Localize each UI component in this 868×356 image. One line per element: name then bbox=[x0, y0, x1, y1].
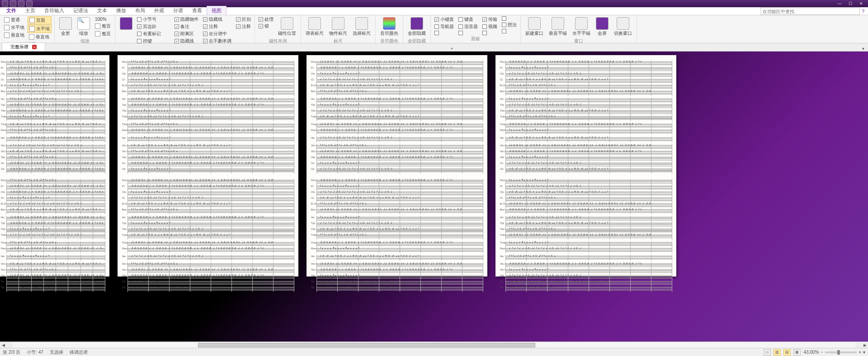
staff-row[interactable]: Cb.♫♬♫♬♫♬ ♩ ♪ ♫♬♫♬ ♩ 𝄽 ♪♫♬♫♬♫♬ ♩ ♪ ♫♬♫♬ … bbox=[1, 168, 105, 173]
score-page[interactable]: Picc.♩♪♫♬♫♪ ♩♩ ♫♫♬♬ ♪♪ ♩ ♫♬♩♪♫♬♫♪ ♩♩ ♫♫♬… bbox=[307, 55, 487, 276]
staff-row[interactable]: Cb.♩ 𝄽 ♩ 𝄽 ♩ ♩ ♪♫ ♩♩ 𝄽 ♩ 𝄽 ♩ ♩ ♪♫ ♩♩ 𝄽 ♩… bbox=[311, 168, 483, 173]
qat-redo-icon[interactable] bbox=[18, 0, 24, 7]
staff-row[interactable]: Perc.♫♬♫♬♫♬ ♩ ♪ ♫♬♫♬ ♩ 𝄽 ♪♫♬♫♬♫♬ ♩ ♪ ♫♬♫… bbox=[311, 129, 483, 135]
score-workspace[interactable]: Picc.♪♫ ♬ 𝅘𝅥 ♩ 𝄽 ♫♫ ♪ ♩ ♩ 𝄽♪♫ ♬ 𝅘𝅥 ♩ 𝄽 ♫… bbox=[0, 52, 868, 348]
tile-vert-button[interactable]: 垂直平铺 bbox=[547, 16, 569, 37]
staff-row[interactable]: Tuba♩ 𝄽 ♩ 𝄽 ♩ ♩ ♪♫ ♩♩ 𝄽 ♩ 𝄽 ♩ ♩ ♪♫ ♩♩ 𝄽 … bbox=[122, 115, 294, 121]
zoom-full-button[interactable]: 全景 bbox=[57, 16, 74, 37]
zoom-100-button[interactable]: 100% bbox=[94, 16, 112, 22]
chk-bar-numbers[interactable]: 小节号 bbox=[136, 16, 171, 23]
staff-row[interactable]: Perc.♫♬♫♬♫♬ ♩ ♪ ♫♬♫♬ ♩ 𝄽 ♪♫♬♫♬♫♬ ♩ ♪ ♫♬♫… bbox=[122, 247, 294, 253]
staff-row[interactable]: Bsn.𝄽 𝄽 𝄽 ♩ ♪♫ ♩𝄽 𝄽 𝄽 ♩ ♪♫ ♩𝄽 𝄽 𝄽 ♩ ♪♫ ♩ bbox=[311, 90, 483, 96]
close-button[interactable]: ✕ bbox=[856, 1, 866, 6]
zoom-in-button[interactable]: + bbox=[859, 350, 861, 355]
staff-row[interactable]: Hp.♩ 𝄽 ♩ 𝄽 ♩ ♩ ♪♫ ♩♩ 𝄽 ♩ 𝄽 ♩ ♩ ♪♫ ♩♩ 𝄽 ♩… bbox=[311, 136, 483, 142]
staff-row[interactable]: Cb.♪♫ ♬ 𝅘𝅥 ♩ 𝄽 ♫♫ ♪ ♩ ♩ 𝄽♪♫ ♬ 𝅘𝅥 ♩ 𝄽 ♫♫ … bbox=[500, 168, 672, 173]
view-mode-1-button[interactable]: ▭ bbox=[764, 349, 771, 356]
note-color-button[interactable]: 音符颜色 bbox=[378, 16, 400, 37]
staff-row[interactable]: Bsn.♫♬♫♬♫♬ ♩ ♪ ♫♬♫♬ ♩ 𝄽 ♪♫♬♫♬♫♬ ♩ ♪ ♫♬♫♬… bbox=[500, 208, 672, 214]
chk-blank3[interactable] bbox=[481, 31, 498, 35]
document-tab-close-icon[interactable]: × bbox=[32, 45, 37, 49]
tabstrip-new[interactable]: + bbox=[447, 46, 457, 51]
staff-row[interactable]: Cb.𝄽 ♩ ♩ ♩ ♩ 𝄽𝄽 ♩ ♩ ♩ ♩ 𝄽𝄽 ♩ ♩ ♩ ♩ 𝄽 bbox=[122, 168, 294, 173]
chk-lock[interactable]: 锁 bbox=[258, 23, 274, 29]
staff-row[interactable]: Perc.♩♪♫♬♫♪ ♩♩ ♫♫♬♬ ♪♪ ♩ ♫♬♩♪♫♬♫♪ ♩♩ ♫♫♬… bbox=[1, 247, 105, 253]
tab-text[interactable]: 文本 bbox=[93, 6, 112, 15]
staff-row[interactable]: Hp.𝄽 ♩ ♩ ♩ ♩ 𝄽𝄽 ♩ ♩ ♩ ♩ 𝄽𝄽 ♩ ♩ ♩ ♩ 𝄽 bbox=[1, 255, 105, 261]
staff-row[interactable]: Hp.♪♫ ♬ 𝅘𝅥 ♩ 𝄽 ♫♫ ♪ ♩ ♩ 𝄽♪♫ ♬ 𝅘𝅥 ♩ 𝄽 ♫♫ … bbox=[311, 255, 483, 261]
qat-play-icon[interactable] bbox=[26, 0, 33, 7]
zoom-menu[interactable]: ▾ bbox=[863, 350, 865, 355]
staff-row[interactable]: Bsn.♪♫ ♬ 𝅘𝅥 ♩ 𝄽 ♫♫ ♪ ♩ ♩ 𝄽♪♫ ♬ 𝅘𝅥 ♩ 𝄽 ♫♫… bbox=[122, 90, 294, 96]
tab-file[interactable]: 文件 bbox=[2, 6, 21, 15]
staff-row[interactable]: Perc.𝄽 ♩ ♩ ♩ ♩ 𝄽𝄽 ♩ ♩ ♩ ♩ 𝄽𝄽 ♩ ♩ ♩ ♩ 𝄽 bbox=[500, 129, 672, 135]
switch-window-button[interactable]: 切换窗口 bbox=[612, 16, 634, 37]
chk-comments[interactable]: 注释 bbox=[202, 23, 232, 30]
selection-ruler-button[interactable]: 选择标尺 bbox=[351, 16, 373, 37]
staff-row[interactable]: Perc.𝄽 𝄽 𝄽 ♩ ♪♫ ♩𝄽 𝄽 𝄽 ♩ ♪♫ ♩𝄽 𝄽 𝄽 ♩ ♪♫ … bbox=[1, 129, 105, 135]
chk-ideas[interactable]: 想法 bbox=[501, 22, 518, 28]
staff-row[interactable]: Cb.♪♫ ♬ 𝅘𝅥 ♩ 𝄽 ♫♫ ♪ ♩ ♩ 𝄽♪♫ ♬ 𝅘𝅥 ♩ 𝄽 ♫♫ … bbox=[311, 286, 483, 292]
chk-blank5[interactable] bbox=[501, 29, 518, 33]
staff-ruler-button[interactable]: 谱表标尺 bbox=[304, 16, 326, 37]
object-ruler-button[interactable]: 物件标尺 bbox=[327, 16, 349, 37]
staff-row[interactable]: Cb.𝄽 ♩ ♩ ♩ ♩ 𝄽𝄽 ♩ ♩ ♩ ♩ 𝄽𝄽 ♩ ♩ ♩ ♩ 𝄽 bbox=[1, 286, 105, 292]
chk-annot[interactable]: 注释 bbox=[235, 23, 252, 30]
scrollbar-track[interactable] bbox=[13, 342, 855, 348]
tab-layout[interactable]: 布局 bbox=[131, 6, 150, 15]
tab-notation[interactable]: 记谱法 bbox=[69, 6, 93, 15]
chk-process[interactable]: 处理 bbox=[258, 16, 274, 23]
qat-undo-icon[interactable] bbox=[10, 0, 16, 7]
view-horizontal2-button[interactable]: 水平地 bbox=[28, 25, 52, 33]
chk-blank[interactable] bbox=[434, 31, 455, 35]
staff-row[interactable]: Bsn.♩ 𝄽 ♩ 𝄽 ♩ ♩ ♪♫ ♩♩ 𝄽 ♩ 𝄽 ♩ ♩ ♪♫ ♩♩ 𝄽 … bbox=[1, 90, 105, 96]
qat-save-icon[interactable] bbox=[2, 0, 8, 7]
staff-row[interactable]: Tuba♪♫ ♬ 𝅘𝅥 ♩ 𝄽 ♫♫ ♪ ♩ ♩ 𝄽♪♫ ♬ 𝅘𝅥 ♩ 𝄽 ♫♫… bbox=[122, 234, 294, 239]
tab-appearance[interactable]: 外观 bbox=[150, 6, 169, 15]
zoom-fitpage-button[interactable]: 整页 bbox=[94, 23, 112, 30]
tab-home[interactable]: 主页 bbox=[21, 6, 40, 15]
staff-row[interactable]: Bsn.♩♪♫♬♫♪ ♩♩ ♫♫♬♬ ♪♪ ♩ ♫♬♩♪♫♬♫♪ ♩♩ ♫♫♬♬… bbox=[500, 90, 672, 96]
staff-row[interactable]: Hp.𝄽 𝄽 𝄽 ♩ ♪♫ ♩𝄽 𝄽 𝄽 ♩ ♪♫ ♩𝄽 𝄽 𝄽 ♩ ♪♫ ♩ bbox=[500, 255, 672, 261]
score-page[interactable]: Picc.♪♫ ♬ 𝅘𝅥 ♩ 𝄽 ♫♫ ♪ ♩ ♩ 𝄽♪♫ ♬ 𝅘𝅥 ♩ 𝄽 ♫… bbox=[0, 55, 109, 276]
chk-blank4[interactable] bbox=[501, 16, 518, 21]
hide-all-button[interactable]: 全部隐藏 bbox=[406, 16, 428, 37]
chk-navigator[interactable]: 导航器 bbox=[434, 23, 455, 30]
magnetic-button[interactable]: 磁性位置 bbox=[276, 16, 298, 37]
zoom-button[interactable]: 🔍缩放 bbox=[75, 16, 92, 37]
chk-margins[interactable]: 页边距 bbox=[136, 23, 171, 30]
chk-transport[interactable]: 传输 bbox=[481, 16, 498, 23]
view-horizontal-button[interactable]: 水平地 bbox=[3, 24, 26, 31]
view-mode-4-button[interactable]: ▦ bbox=[793, 349, 801, 356]
staff-row[interactable]: Perc.♩♪♫♬♫♪ ♩♩ ♫♫♬♬ ♪♪ ♩ ♫♬♩♪♫♬♫♪ ♩♩ ♫♫♬… bbox=[122, 129, 294, 135]
staff-row[interactable]: Perc.♩ 𝄽 ♩ 𝄽 ♩ ♩ ♪♫ ♩♩ 𝄽 ♩ 𝄽 ♩ ♩ ♪♫ ♩♩ 𝄽… bbox=[500, 247, 672, 253]
tab-view[interactable]: 视图 bbox=[207, 6, 226, 15]
chk-hidden-obj[interactable]: 隐藏物件 bbox=[174, 16, 199, 23]
staff-row[interactable]: Bsn.♪♫ ♬ 𝅘𝅥 ♩ 𝄽 ♫♫ ♪ ♩ ♩ 𝄽♪♫ ♬ 𝅘𝅥 ♩ 𝄽 ♫♫… bbox=[1, 208, 105, 214]
invisibles-button[interactable] bbox=[118, 16, 134, 31]
chk-video[interactable]: 视频 bbox=[481, 23, 498, 30]
new-window-button[interactable]: 新建窗口 bbox=[524, 16, 545, 37]
score-page[interactable]: Picc.𝄽 𝄽 𝄽 ♩ ♪♫ ♩𝄽 𝄽 𝄽 ♩ ♪♫ ♩𝄽 𝄽 𝄽 ♩ ♪♫ … bbox=[118, 55, 298, 276]
ribbon-search-input[interactable] bbox=[760, 8, 860, 15]
view-mode-2-button[interactable]: ▥ bbox=[774, 349, 781, 356]
staff-row[interactable]: Hp.♩ 𝄽 ♩ 𝄽 ♩ ♩ ♪♫ ♩♩ 𝄽 ♩ 𝄽 ♩ ♩ ♪♫ ♩♩ 𝄽 ♩… bbox=[122, 255, 294, 261]
staff-row[interactable]: Cb.𝄽 𝄽 𝄽 ♩ ♪♫ ♩𝄽 𝄽 𝄽 ♩ ♪♫ ♩𝄽 𝄽 𝄽 ♩ ♪♫ ♩ bbox=[500, 286, 672, 292]
staff-row[interactable]: Tuba♪♫ ♬ 𝅘𝅥 ♩ 𝄽 ♫♫ ♪ ♩ ♩ 𝄽♪♫ ♬ 𝅘𝅥 ♩ 𝄽 ♫♫… bbox=[311, 115, 483, 121]
scroll-right-arrow[interactable]: ▶ bbox=[862, 342, 868, 348]
chk-mixer[interactable]: 混音器 bbox=[458, 23, 479, 30]
chk-hidden-line2[interactable]: 隐藏线 bbox=[202, 16, 232, 23]
zoom-thumb[interactable] bbox=[837, 350, 840, 355]
chk-rehearsal[interactable]: 有重标记 bbox=[136, 31, 171, 37]
view-page-button[interactable]: 页面 bbox=[28, 16, 52, 24]
staff-row[interactable]: Tuba♩♪♫♬♫♪ ♩♩ ♫♫♬♬ ♪♪ ♩ ♫♬♩♪♫♬♫♪ ♩♩ ♫♫♬♬… bbox=[500, 234, 672, 239]
help-icon[interactable]: ? bbox=[862, 9, 864, 14]
zoom-fitwidth-button[interactable]: 整页 bbox=[94, 30, 112, 37]
chk-in-parts[interactable]: 在分谱中 bbox=[202, 31, 232, 37]
staff-row[interactable]: Hp.♫♬♫♬♫♬ ♩ ♪ ♫♬♫♬ ♩ 𝄽 ♪♫♬♫♬♫♬ ♩ ♪ ♫♬♫♬ … bbox=[1, 136, 105, 142]
zoom-slider[interactable] bbox=[825, 351, 857, 353]
maximize-button[interactable]: ☐ bbox=[845, 1, 855, 6]
staff-row[interactable]: Hp.𝄽 ♩ ♩ ♩ ♩ 𝄽𝄽 ♩ ♩ ♩ ♩ 𝄽𝄽 ♩ ♩ ♩ ♩ 𝄽 bbox=[122, 136, 294, 142]
scrollbar-thumb[interactable] bbox=[198, 343, 535, 347]
document-tab[interactable]: 完整乐谱 × bbox=[2, 42, 45, 51]
